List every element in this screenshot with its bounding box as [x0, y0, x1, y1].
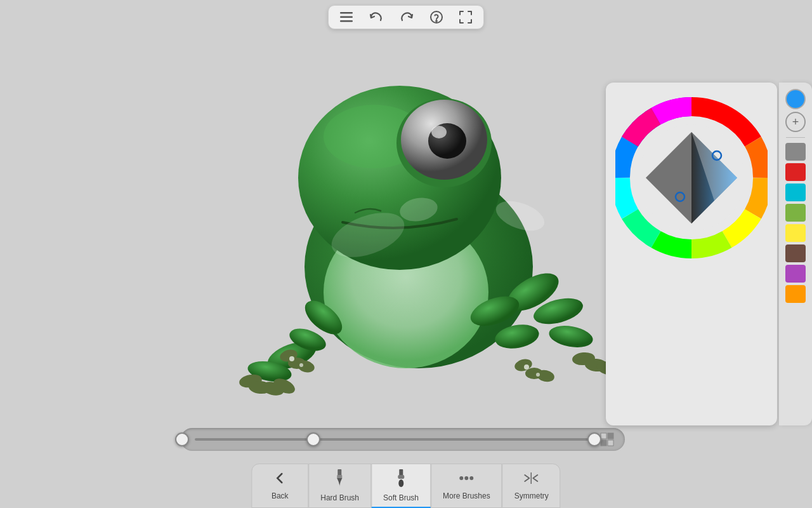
- swatch-gray[interactable]: [785, 143, 806, 161]
- more-brushes-button[interactable]: More Brushes: [431, 464, 502, 508]
- svg-rect-56: [601, 440, 606, 446]
- color-wheel[interactable]: [615, 89, 768, 273]
- svg-point-21: [547, 323, 594, 351]
- hard-brush-button[interactable]: Hard Brush: [308, 464, 371, 508]
- brush-size-slider[interactable]: [181, 428, 625, 451]
- top-toolbar: [328, 5, 484, 29]
- redo-button[interactable]: [397, 10, 416, 24]
- help-button[interactable]: [428, 10, 445, 25]
- swatch-cyan[interactable]: [785, 184, 806, 201]
- more-brushes-label: More Brushes: [443, 491, 490, 500]
- soft-brush-button[interactable]: Soft Brush: [371, 464, 431, 508]
- svg-rect-61: [398, 475, 404, 479]
- svg-rect-0: [340, 12, 353, 14]
- swatch-divider: [786, 137, 805, 138]
- add-swatch-button[interactable]: +: [785, 112, 806, 132]
- color-panel: [606, 83, 777, 425]
- swatch-green[interactable]: [785, 204, 806, 222]
- soft-brush-label: Soft Brush: [383, 493, 419, 502]
- swatches-panel: +: [779, 83, 812, 425]
- slider-thumb-right[interactable]: [587, 432, 601, 446]
- slider-thumb-left[interactable]: [175, 432, 189, 446]
- hard-brush-icon: [333, 469, 347, 491]
- svg-point-4: [436, 20, 437, 22]
- svg-rect-57: [608, 440, 613, 446]
- hard-brush-label: Hard Brush: [320, 493, 359, 502]
- svg-point-65: [469, 476, 473, 480]
- svg-point-18: [431, 126, 447, 138]
- bottom-toolbar: Back Hard Brush Soft Brush: [251, 464, 560, 508]
- swatch-selected[interactable]: [785, 89, 806, 109]
- svg-point-39: [289, 356, 294, 361]
- svg-point-42: [536, 373, 540, 377]
- symmetry-button[interactable]: Symmetry: [502, 464, 561, 508]
- svg-point-40: [299, 363, 303, 367]
- frog-image: [127, 25, 634, 432]
- svg-point-63: [459, 476, 463, 480]
- swatch-purple[interactable]: [785, 265, 806, 283]
- svg-point-62: [398, 479, 403, 487]
- undo-button[interactable]: [367, 10, 386, 24]
- swatch-red[interactable]: [785, 163, 806, 181]
- swatch-brown[interactable]: [785, 244, 806, 262]
- svg-rect-55: [608, 433, 613, 439]
- svg-rect-1: [340, 17, 353, 18]
- fullscreen-button[interactable]: [457, 10, 475, 25]
- swatch-yellow[interactable]: [785, 224, 806, 242]
- back-label: Back: [272, 491, 289, 500]
- more-brushes-icon: [457, 471, 475, 489]
- swatch-orange[interactable]: [785, 285, 806, 303]
- svg-rect-60: [399, 469, 403, 476]
- svg-rect-58: [338, 469, 342, 476]
- symmetry-icon: [523, 471, 540, 489]
- slider-track: [195, 438, 593, 441]
- symmetry-label: Symmetry: [514, 491, 549, 500]
- svg-rect-54: [601, 433, 606, 439]
- soft-brush-icon: [394, 469, 408, 491]
- back-button[interactable]: Back: [251, 464, 308, 508]
- back-icon: [273, 471, 287, 489]
- menu-button[interactable]: [337, 11, 355, 23]
- svg-rect-2: [340, 20, 353, 22]
- slider-thumb-mid[interactable]: [306, 432, 320, 446]
- svg-point-41: [524, 364, 529, 370]
- svg-point-64: [464, 476, 468, 480]
